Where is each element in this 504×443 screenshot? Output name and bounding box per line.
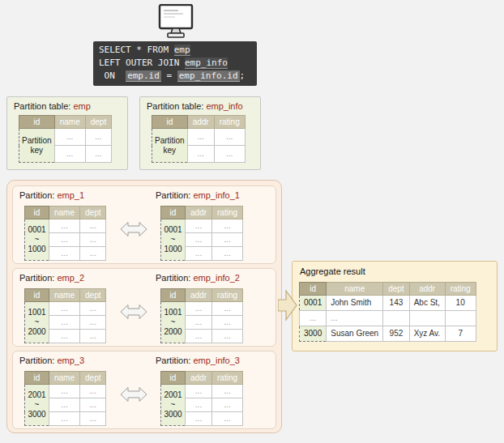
sql-token-highlight: emp_info: [185, 58, 228, 69]
table-cell: Susan Green: [327, 326, 383, 342]
table-cell: ...: [187, 129, 214, 146]
table-cell: ...: [80, 302, 106, 316]
table-cell: ...: [85, 129, 111, 146]
table-cell: 143: [383, 296, 409, 311]
table-cell: ...: [212, 385, 243, 398]
partition-table-emp-info-box: Partition table: emp_info idaddrratingPa…: [139, 96, 261, 170]
join-double-arrow-icon: [120, 220, 147, 238]
table-cell: ...: [54, 129, 85, 146]
sql-line: ON emp.id = emp_info.id;: [99, 70, 251, 83]
partition-key-cell: 2001~3000: [161, 385, 186, 426]
table-cell: ...: [212, 247, 243, 261]
data-table: idnamedeptPartitionkey............: [19, 115, 112, 163]
partition-key-cell: Partitionkey: [152, 129, 188, 163]
table-cell: ...: [186, 233, 212, 247]
data-table: idnamedeptaddrrating0001John Smith143Abc…: [299, 282, 476, 342]
table-cell: ...: [49, 398, 80, 412]
table-cell: ...: [212, 302, 243, 316]
computer-icon: [157, 4, 194, 40]
aggregate-result-box: Aggregate result idnamedeptaddrrating000…: [292, 261, 498, 351]
column-header-dept: dept: [80, 289, 106, 302]
computer-monitor-graphic: [157, 4, 194, 40]
column-header-id: id: [25, 207, 49, 219]
partition-name: emp_2: [57, 273, 84, 283]
table-cell: ...: [214, 146, 245, 163]
partition-name: emp_info_1: [193, 190, 240, 200]
column-header-name: name: [49, 372, 80, 385]
emp-info-partition-table: idaddrrating1001~2000..................: [160, 288, 243, 343]
partition-key-cell: 1001~2000: [25, 302, 49, 343]
aggregate-result-title: Aggregate result: [300, 266, 365, 276]
partition-label-left: Partition: emp_2: [19, 273, 84, 283]
column-header-addr: addr: [186, 207, 212, 219]
table-cell: ...: [327, 311, 383, 326]
table-cell: ...: [49, 302, 80, 316]
emp-info-partition-table: idaddrrating2001~3000..................: [160, 371, 243, 426]
table-cell: ...: [187, 146, 214, 163]
partition-label-left: Partition: emp_3: [19, 356, 84, 365]
emp-partition-table: idnamedept2001~3000..................: [24, 371, 106, 426]
join-double-arrow-icon: [120, 385, 147, 403]
column-header-dept: dept: [85, 116, 111, 129]
sql-query-box: SELECT * FROM empLEFT OUTER JOIN emp_inf…: [93, 41, 257, 86]
emp-partition-table: idnamedept0001~1000..................: [24, 206, 106, 261]
table-name: emp_info: [206, 101, 242, 111]
table-cell: [383, 311, 409, 326]
table-cell: ...: [186, 219, 212, 233]
column-header-id: id: [300, 283, 327, 296]
partition-join-diagram: SELECT * FROM empLEFT OUTER JOIN emp_inf…: [0, 0, 504, 443]
column-header-addr: addr: [187, 116, 214, 129]
title-prefix: Partition table:: [14, 101, 73, 111]
column-header-name: name: [54, 116, 85, 129]
sql-text: ;: [240, 70, 246, 81]
join-double-arrow-icon: [120, 303, 147, 321]
title-prefix: Partition table:: [147, 101, 206, 111]
partition-label-right: Partition: emp_info_1: [156, 190, 240, 200]
partition-label-right: Partition: emp_info_3: [156, 356, 240, 365]
table-cell: ...: [49, 330, 80, 343]
table-cell: ...: [80, 330, 106, 343]
sql-text: SELECT * FROM: [99, 45, 174, 55]
table-name: emp: [73, 101, 90, 111]
aggregate-arrow-icon: [278, 288, 297, 322]
sql-token-highlight: emp: [174, 45, 190, 56]
table-cell: ...: [49, 316, 80, 330]
data-table: idnamedept0001~1000..................: [24, 206, 106, 261]
label-prefix: Partition:: [19, 273, 57, 283]
table-cell: ...: [212, 398, 243, 412]
partition-name: emp_1: [57, 190, 84, 200]
table-cell: ...: [212, 233, 243, 247]
table-cell: ...: [212, 219, 243, 233]
table-cell: 10: [445, 296, 476, 311]
column-header-id: id: [161, 372, 186, 385]
column-header-name: name: [327, 283, 383, 296]
sql-text: =: [161, 70, 177, 81]
aggregate-table: idnamedeptaddrrating0001John Smith143Abc…: [299, 282, 476, 342]
table-cell: ...: [80, 247, 106, 261]
column-header-rating: rating: [212, 289, 243, 302]
column-header-dept: dept: [80, 372, 106, 385]
partition-label-right: Partition: emp_info_2: [156, 273, 240, 283]
table-cell: 952: [383, 326, 409, 342]
id-value-cell: 3000: [300, 326, 327, 342]
table-cell: ...: [49, 385, 80, 398]
table-cell: ...: [80, 385, 106, 398]
column-header-rating: rating: [214, 116, 245, 129]
table-cell: [445, 311, 476, 326]
partition-name: emp_info_2: [193, 273, 240, 283]
table-cell: Xyz Av.: [409, 326, 445, 342]
table-cell: ...: [300, 311, 327, 326]
sql-line: SELECT * FROM emp: [99, 44, 251, 57]
right-arrow-graphic: [278, 288, 297, 322]
table-cell: John Smith: [327, 296, 383, 311]
label-prefix: Partition:: [156, 190, 193, 200]
partition-key-cell: 0001~1000: [161, 219, 186, 261]
data-table: idaddrrating0001~1000..................: [160, 206, 243, 261]
data-table: idaddrrating1001~2000..................: [160, 288, 243, 343]
table-cell: ...: [80, 398, 106, 412]
table-cell: ...: [80, 233, 106, 247]
column-header-id: id: [25, 372, 49, 385]
partition-key-cell: 2001~3000: [25, 385, 49, 426]
column-header-addr: addr: [186, 372, 212, 385]
table-cell: ...: [186, 247, 212, 261]
